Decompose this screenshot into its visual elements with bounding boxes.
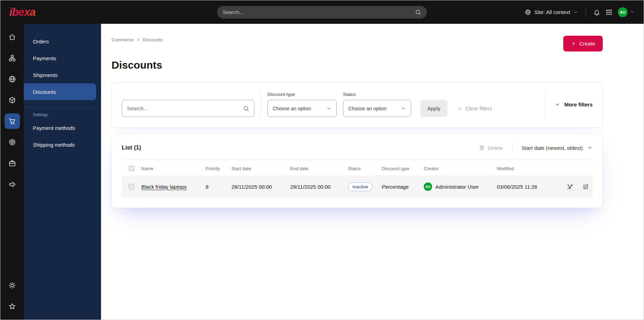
select-all-checkbox[interactable] xyxy=(129,166,134,171)
discount-type-filter: Discount type Choose an option xyxy=(267,92,337,117)
menu-item-label: Orders xyxy=(33,39,49,44)
sidebar-item-settings[interactable] xyxy=(5,278,20,293)
deactivate-icon[interactable] xyxy=(567,183,573,190)
column-header-name[interactable]: Name xyxy=(141,166,206,171)
sort-label: Start date (newest, oldest) xyxy=(522,145,583,151)
trash-icon xyxy=(479,145,485,151)
ibexa-logo[interactable]: ibexa xyxy=(9,6,35,19)
target-icon xyxy=(8,138,16,146)
chevron-down-icon xyxy=(630,10,635,14)
breadcrumb-discounts[interactable]: Discounts xyxy=(143,37,163,42)
delete-button-label: Delete xyxy=(488,145,503,151)
global-search[interactable] xyxy=(217,6,427,19)
menu-item-shipping-methods[interactable]: Shipping methods xyxy=(24,136,101,153)
list-header-actions: Delete Start date (newest, oldest) xyxy=(479,143,593,153)
status-value: Choose an option xyxy=(348,106,387,111)
topbar-divider xyxy=(586,8,586,17)
breadcrumb: Commerce > Discounts xyxy=(112,36,163,42)
home-icon xyxy=(8,33,16,41)
sidebar-item-site[interactable] xyxy=(5,71,20,87)
chevron-down-icon xyxy=(554,102,560,107)
sitemap-icon xyxy=(8,54,16,62)
column-header-priority[interactable]: Priority xyxy=(206,166,231,171)
creator-name: Administrator User xyxy=(435,184,479,190)
notifications-bell-icon[interactable] xyxy=(593,9,600,16)
row-end-date: 29/11/2025 00:00 xyxy=(290,184,348,190)
menu-item-label: Payments xyxy=(33,55,56,61)
sidebar-item-bookmarks[interactable] xyxy=(5,299,20,314)
clear-filters-button[interactable]: Clear filters xyxy=(457,100,492,117)
search-icon[interactable] xyxy=(243,105,249,112)
breadcrumb-commerce[interactable]: Commerce xyxy=(112,37,134,42)
row-start-date: 28/11/2025 00:00 xyxy=(231,184,290,190)
secondary-menu: Orders Payments Shipments Discounts Sett… xyxy=(24,24,101,320)
chevron-down-icon xyxy=(587,145,593,151)
sidebar-item-personalization[interactable] xyxy=(5,134,20,150)
gear-icon xyxy=(8,281,16,289)
star-icon xyxy=(8,302,16,310)
column-header-status[interactable]: Status xyxy=(348,166,382,171)
sidebar-item-commerce[interactable] xyxy=(5,113,20,129)
status-label: Status xyxy=(343,92,411,97)
edit-icon[interactable] xyxy=(582,183,589,190)
column-header-end-date[interactable]: End date xyxy=(290,166,348,171)
discount-type-value: Choose an option xyxy=(273,106,311,111)
column-header-modified[interactable]: Modified xyxy=(497,166,561,171)
status-filter: Status Choose an option xyxy=(343,92,411,117)
row-checkbox[interactable] xyxy=(129,184,134,189)
menu-section-label: Settings xyxy=(24,112,101,117)
site-context-switcher[interactable]: Site: All context xyxy=(525,9,578,15)
filter-search[interactable] xyxy=(122,100,255,117)
row-modified: 03/06/2025 11:26 xyxy=(497,184,561,190)
list-card: List (1) Delete Start date (newest, olde… xyxy=(112,134,603,208)
site-context-label: Site: All context xyxy=(534,9,570,15)
sidebar-item-store[interactable] xyxy=(5,155,20,171)
topbar-right: Site: All context AU xyxy=(525,7,635,17)
menu-item-shipments[interactable]: Shipments xyxy=(24,67,101,83)
column-header-start-date[interactable]: Start date xyxy=(231,166,290,171)
apply-button[interactable]: Apply xyxy=(420,100,448,117)
globe-icon xyxy=(525,9,531,15)
menu-item-discounts[interactable]: Discounts xyxy=(24,83,96,100)
main-header: Commerce > Discounts Create xyxy=(112,36,603,51)
sidebar-item-marketing[interactable] xyxy=(5,176,20,192)
breadcrumb-separator: > xyxy=(137,37,140,42)
topbar: ibexa Site: All context xyxy=(0,0,644,24)
sidebar-item-home[interactable] xyxy=(5,29,20,45)
filter-divider xyxy=(261,92,261,117)
more-filters-button[interactable]: More filters xyxy=(545,92,593,117)
menu-item-orders[interactable]: Orders xyxy=(24,33,101,50)
list-header-divider xyxy=(512,143,513,153)
filter-search-input[interactable] xyxy=(127,105,239,111)
menu-item-payment-methods[interactable]: Payment methods xyxy=(24,119,101,136)
sidebar-item-content-structure[interactable] xyxy=(5,50,20,66)
user-menu[interactable]: AU xyxy=(618,7,635,17)
globe-icon xyxy=(8,75,16,83)
avatar[interactable]: AU xyxy=(618,7,628,17)
icon-rail xyxy=(0,24,24,320)
menu-item-payments[interactable]: Payments xyxy=(24,50,101,67)
menu-item-label: Discounts xyxy=(33,89,56,95)
chevron-down-icon xyxy=(401,106,406,111)
cube-icon xyxy=(8,96,16,104)
apps-grid-icon[interactable] xyxy=(606,9,613,16)
search-icon[interactable] xyxy=(415,9,421,15)
discount-type-select[interactable]: Choose an option xyxy=(267,100,337,117)
page-title: Discounts xyxy=(112,59,603,71)
status-badge: Inactive xyxy=(348,182,373,191)
megaphone-icon xyxy=(8,180,16,188)
sidebar-item-products[interactable] xyxy=(5,92,20,108)
sort-dropdown[interactable]: Start date (newest, oldest) xyxy=(522,145,593,151)
create-button[interactable]: Create xyxy=(563,36,603,51)
menu-item-label: Shipments xyxy=(33,72,58,78)
discount-name-link[interactable]: Black friday laptops xyxy=(141,184,187,190)
menu-item-label: Shipping methods xyxy=(33,142,75,148)
status-select[interactable]: Choose an option xyxy=(343,100,411,117)
global-search-input[interactable] xyxy=(223,9,412,15)
main-content: Commerce > Discounts Create Discounts xyxy=(101,24,644,320)
column-header-creator[interactable]: Creator xyxy=(424,166,497,171)
delete-button[interactable]: Delete xyxy=(479,145,503,151)
column-header-discount-type[interactable]: Discount type xyxy=(382,166,424,171)
menu-settings-section: Settings Payment methods Shipping method… xyxy=(24,107,101,153)
create-button-label: Create xyxy=(579,41,595,47)
